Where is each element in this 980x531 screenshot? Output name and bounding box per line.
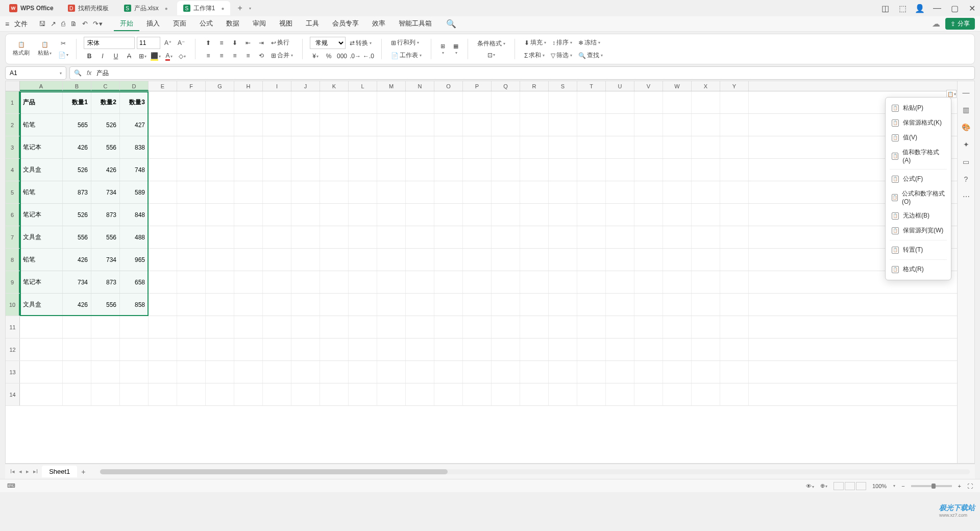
cell[interactable] (606, 91, 634, 113)
cell[interactable] (663, 136, 692, 158)
format-brush-group[interactable]: 📋 格式刷 (11, 41, 32, 57)
cell[interactable] (149, 339, 177, 360)
cell[interactable] (434, 316, 463, 338)
name-box[interactable]: A1 ▾ (5, 66, 66, 80)
cell[interactable] (320, 181, 349, 203)
cell[interactable]: 427 (120, 114, 149, 136)
col-header-I[interactable]: I (263, 81, 291, 91)
sheet-grid[interactable]: ABCDEFGHIJKLMNOPQRSTUVWXY 1产品数量1数量2数量32铅… (6, 81, 957, 463)
cell[interactable] (520, 339, 549, 360)
cell[interactable] (177, 204, 206, 226)
cell[interactable] (263, 226, 291, 248)
cell[interactable] (349, 114, 377, 136)
col-header-M[interactable]: M (377, 81, 406, 91)
cell[interactable] (606, 249, 634, 271)
cell[interactable]: 734 (91, 249, 120, 271)
cell[interactable] (434, 136, 463, 158)
cell[interactable] (177, 226, 206, 248)
col-header-F[interactable]: F (177, 81, 206, 91)
cell[interactable]: 铅笔 (20, 181, 63, 203)
align-center-icon[interactable]: ≡ (216, 51, 227, 61)
border-button[interactable]: ⊞▾ (137, 51, 148, 61)
cell[interactable] (377, 316, 406, 338)
cell[interactable] (291, 316, 320, 338)
col-header-A[interactable]: A (20, 81, 63, 91)
cell[interactable] (463, 159, 492, 181)
col-header-U[interactable]: U (606, 81, 634, 91)
cond-format-button[interactable]: 条件格式▾ (475, 38, 507, 49)
cell[interactable] (692, 249, 720, 271)
cell[interactable] (234, 159, 263, 181)
row-header[interactable]: 6 (6, 204, 20, 226)
zoom-icon[interactable]: 🔍 (74, 69, 82, 77)
paste-option[interactable]: 📋格式(R) (886, 262, 951, 277)
paste-option[interactable]: 📋粘贴(P) (886, 101, 951, 115)
cell[interactable] (63, 339, 91, 360)
row-header[interactable]: 13 (6, 361, 20, 383)
cube-icon[interactable]: ⬚ (898, 4, 906, 12)
cell[interactable] (634, 383, 663, 405)
tab-templates[interactable]: D 找稻壳模板 (62, 1, 115, 15)
paste-option[interactable]: 📋转置(T) (886, 243, 951, 257)
undo-icon[interactable]: ↶ (82, 20, 88, 28)
cell[interactable] (377, 383, 406, 405)
paste-option[interactable]: 📋保留源列宽(W) (886, 223, 951, 238)
col-header-N[interactable]: N (406, 81, 434, 91)
cell[interactable] (20, 383, 63, 405)
cell[interactable] (720, 383, 749, 405)
tab-product[interactable]: S 产品.xlsx ● (118, 1, 174, 15)
row-header[interactable]: 4 (6, 159, 20, 181)
cell[interactable] (263, 339, 291, 360)
cell[interactable] (520, 91, 549, 113)
percent-icon[interactable]: % (323, 51, 334, 61)
cell[interactable]: 965 (120, 249, 149, 271)
align-middle-icon[interactable]: ≡ (216, 38, 227, 48)
cell[interactable] (234, 339, 263, 360)
cell[interactable] (549, 204, 577, 226)
cell[interactable] (634, 361, 663, 383)
cell[interactable] (549, 249, 577, 271)
cell[interactable] (606, 159, 634, 181)
cell[interactable] (606, 181, 634, 203)
cell[interactable] (349, 271, 377, 293)
cell[interactable] (549, 159, 577, 181)
cell[interactable]: 658 (120, 271, 149, 293)
cell[interactable] (634, 114, 663, 136)
col-header-S[interactable]: S (549, 81, 577, 91)
cell[interactable] (692, 271, 720, 293)
cell[interactable] (720, 159, 749, 181)
col-header-J[interactable]: J (291, 81, 320, 91)
cell[interactable] (177, 136, 206, 158)
cell[interactable]: 556 (91, 136, 120, 158)
paste-option[interactable]: 📋值和数字格式(A) (886, 145, 951, 167)
cell[interactable] (577, 249, 606, 271)
cell-format-icon[interactable]: ⊡▾ (486, 50, 497, 60)
cell[interactable] (492, 114, 520, 136)
cell[interactable]: 426 (63, 136, 91, 158)
clear-format-button[interactable]: ◇▾ (177, 51, 188, 61)
menu-tab-公式[interactable]: 公式 (193, 17, 219, 31)
cell[interactable] (406, 339, 434, 360)
cell[interactable] (234, 181, 263, 203)
view-normal-icon[interactable] (834, 482, 844, 490)
panel-icon[interactable]: ◫ (881, 4, 889, 12)
sort-button[interactable]: ↕排序▾ (550, 37, 574, 48)
cell[interactable] (720, 226, 749, 248)
cell[interactable] (434, 294, 463, 316)
cell[interactable]: 铅笔 (20, 114, 63, 136)
cell[interactable] (606, 339, 634, 360)
cell[interactable] (549, 361, 577, 383)
cell[interactable] (206, 316, 234, 338)
cell[interactable] (577, 226, 606, 248)
cell[interactable] (463, 294, 492, 316)
cell[interactable] (492, 91, 520, 113)
cell[interactable] (577, 294, 606, 316)
cell[interactable]: 556 (91, 226, 120, 248)
cell[interactable]: 426 (91, 159, 120, 181)
cell[interactable] (291, 294, 320, 316)
cell[interactable] (263, 271, 291, 293)
cell[interactable] (320, 204, 349, 226)
cell[interactable] (434, 271, 463, 293)
fill-button[interactable]: ⬇填充▾ (522, 37, 548, 48)
cell[interactable] (291, 91, 320, 113)
